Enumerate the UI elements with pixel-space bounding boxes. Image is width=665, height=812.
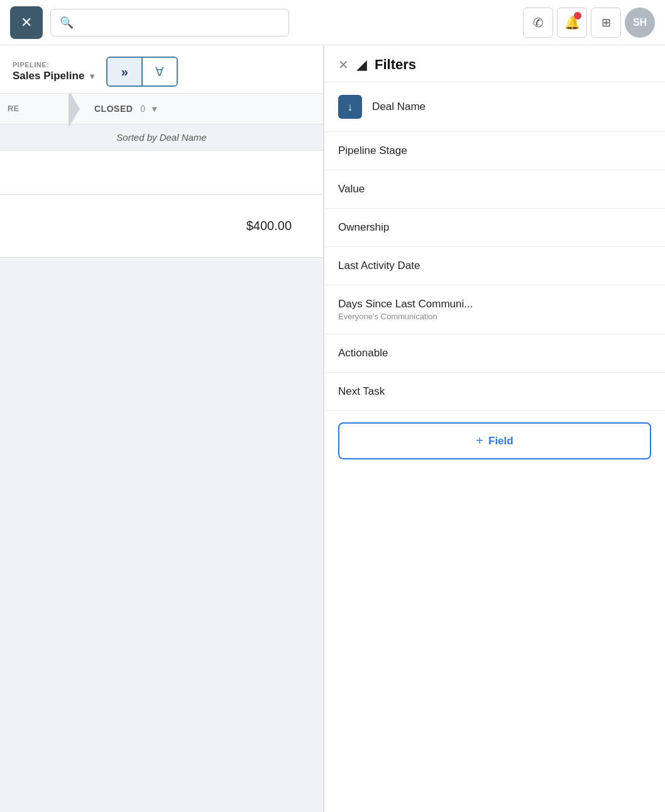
- phone-icon: ✆: [533, 15, 544, 30]
- filter-label-pipeline-stage: Pipeline Stage: [338, 145, 407, 157]
- right-panel: ✕ ◢ Filters ↓ Deal Name Pipeline Stage V…: [324, 45, 665, 812]
- notification-dot: [574, 12, 581, 19]
- nav-icons: ✆ 🔔 ⊞ SH: [523, 8, 655, 38]
- avatar[interactable]: SH: [625, 8, 655, 38]
- deal-amount: $400.00: [246, 219, 292, 233]
- sorted-by-label: Sorted by Deal Name: [116, 132, 206, 143]
- stage-view-icon: »: [121, 65, 128, 79]
- closed-column-header[interactable]: CLOSED 0 ▼: [69, 94, 323, 124]
- filters-title: Filters: [375, 57, 416, 73]
- navbar: ✕ 🔍 ✆ 🔔 ⊞ SH: [0, 0, 665, 45]
- search-bar[interactable]: 🔍: [50, 9, 289, 36]
- sort-button-deal-name[interactable]: ↓: [338, 95, 362, 119]
- left-panel: PIPELINE: Sales Pipeline ▼ » Stage View …: [0, 45, 324, 812]
- filter-label-deal-name: Deal Name: [372, 101, 426, 113]
- main-layout: PIPELINE: Sales Pipeline ▼ » Stage View …: [0, 45, 665, 812]
- filter-item-ownership[interactable]: Ownership: [324, 209, 665, 247]
- grid-menu-button[interactable]: ⊞: [591, 8, 621, 38]
- filters-header: ✕ ◢ Filters: [324, 45, 665, 82]
- filter-label-ownership: Ownership: [338, 221, 389, 234]
- filter-label-value: Value: [338, 183, 365, 195]
- sorted-by-row: Sorted by Deal Name: [0, 124, 323, 151]
- pipeline-label: PIPELINE:: [13, 61, 96, 69]
- column-area: RE CLOSED 0 ▼ Sorted by Deal Name $400.0…: [0, 94, 323, 812]
- deal-row-blank: [0, 258, 323, 635]
- avatar-initials: SH: [633, 17, 647, 28]
- filter-item-next-task[interactable]: Next Task: [324, 373, 665, 411]
- notifications-button[interactable]: 🔔: [557, 8, 587, 38]
- filter-item-pipeline-stage[interactable]: Pipeline Stage: [324, 132, 665, 170]
- grid-icon: ⊞: [602, 16, 611, 30]
- grid-view-button[interactable]: ∀: [143, 58, 177, 85]
- pipeline-name: Sales Pipeline: [13, 70, 84, 82]
- add-field-label: Field: [488, 435, 514, 447]
- arrow-indicator: [69, 94, 80, 124]
- close-icon: ✕: [338, 57, 349, 72]
- filters-close-button[interactable]: ✕: [338, 57, 349, 72]
- logo-button[interactable]: ✕: [10, 6, 43, 39]
- re-label: RE: [8, 104, 19, 113]
- deal-row-empty: [0, 151, 323, 195]
- chevron-down-icon: ▼: [88, 72, 96, 81]
- filter-sublabel-days-since: Everyone's Communication: [338, 312, 473, 321]
- filter-label-actionable: Actionable: [338, 347, 388, 359]
- add-field-button[interactable]: + Field: [338, 422, 651, 459]
- close-icon: ✕: [21, 14, 32, 31]
- phone-button[interactable]: ✆: [523, 8, 553, 38]
- chevron-down-icon: ▼: [150, 104, 158, 114]
- filter-item-value[interactable]: Value: [324, 170, 665, 209]
- toolbar: PIPELINE: Sales Pipeline ▼ » Stage View …: [0, 45, 323, 94]
- grid-view-icon: ∀: [155, 64, 164, 79]
- deal-rows: $400.00: [0, 151, 323, 812]
- filter-label-next-task: Next Task: [338, 385, 385, 398]
- pipeline-dropdown[interactable]: Sales Pipeline ▼: [13, 70, 96, 82]
- sort-down-icon: ↓: [348, 101, 353, 114]
- closed-count: 0: [140, 104, 145, 114]
- filter-icon: ◢: [356, 57, 367, 73]
- search-input[interactable]: [80, 17, 280, 28]
- search-icon: 🔍: [60, 16, 74, 30]
- filter-item-days-since-last-communication[interactable]: Days Since Last Communi... Everyone's Co…: [324, 285, 665, 334]
- filter-item-last-activity-date[interactable]: Last Activity Date: [324, 247, 665, 285]
- pipeline-selector[interactable]: PIPELINE: Sales Pipeline ▼: [13, 61, 96, 82]
- closed-label: CLOSED: [94, 104, 133, 114]
- filter-label-last-activity-date: Last Activity Date: [338, 260, 420, 272]
- stage-view-button[interactable]: »: [107, 58, 141, 85]
- arrow-shape: [69, 94, 80, 128]
- view-toggle: » Stage View ∀: [106, 57, 178, 87]
- stage-view-wrapper: » Stage View: [107, 58, 141, 85]
- column-header-row: RE CLOSED 0 ▼: [0, 94, 323, 124]
- filter-label-days-since: Days Since Last Communi...: [338, 298, 473, 310]
- re-column-header: RE: [0, 94, 69, 124]
- filter-item-deal-name[interactable]: ↓ Deal Name: [324, 82, 665, 132]
- plus-icon: +: [476, 434, 483, 448]
- deal-row-value[interactable]: $400.00: [0, 195, 323, 258]
- filter-item-actionable[interactable]: Actionable: [324, 334, 665, 373]
